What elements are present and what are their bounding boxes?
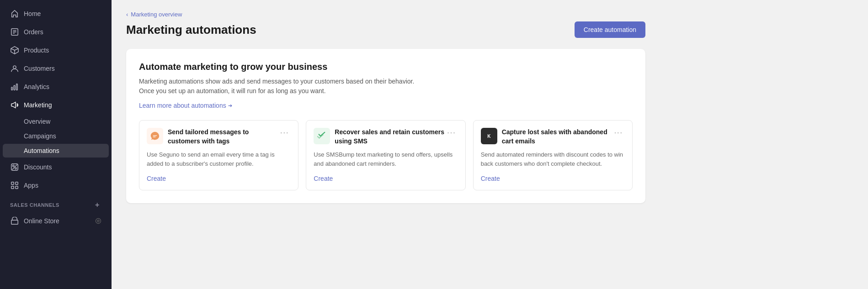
auto-card-header-2: Recover sales and retain customers using…: [314, 128, 458, 146]
sidebar-item-campaigns-label: Campaigns: [24, 132, 56, 140]
card-heading: Automate marketing to grow your business: [139, 62, 633, 72]
auto-card-header-1: Send tailored messages to customers with…: [147, 128, 291, 146]
analytics-icon: [10, 82, 19, 91]
sidebar-item-online-store-label: Online Store: [24, 217, 59, 225]
svg-rect-18: [11, 186, 14, 189]
learn-more-link[interactable]: Learn more about automations ➔: [139, 102, 232, 109]
sidebar-item-home[interactable]: Home: [3, 5, 109, 22]
sidebar-item-products[interactable]: Products: [3, 42, 109, 59]
svg-line-7: [15, 48, 18, 50]
main-card: Automate marketing to grow your business…: [126, 49, 645, 203]
automation-card-tailored-messages: Send tailored messages to customers with…: [139, 120, 298, 190]
auto-card-more-menu-3[interactable]: ···: [612, 128, 625, 138]
sms-recover-icon: [314, 128, 330, 144]
auto-card-title-2: Recover sales and retain customers using…: [335, 128, 445, 146]
page-header: Marketing automations Create automation: [126, 21, 645, 38]
sales-channels-section: SALES CHANNELS +: [3, 194, 109, 212]
svg-point-13: [15, 168, 17, 169]
sidebar-item-campaigns[interactable]: Campaigns: [3, 129, 109, 143]
svg-rect-11: [16, 84, 18, 90]
sidebar-item-apps-label: Apps: [24, 182, 38, 189]
orders-icon: [10, 27, 19, 37]
auto-card-title-3: Capture lost sales with abandoned cart e…: [502, 128, 612, 146]
svg-rect-17: [16, 182, 18, 184]
external-link-icon: ➔: [228, 103, 232, 109]
sidebar-item-home-label: Home: [24, 10, 41, 17]
apps-icon: [10, 181, 19, 190]
sidebar-item-customers[interactable]: Customers: [3, 60, 109, 77]
sidebar-item-automations[interactable]: Automations: [3, 144, 109, 158]
sidebar-item-apps[interactable]: Apps: [3, 177, 109, 194]
sidebar-item-marketing[interactable]: Marketing: [3, 96, 109, 114]
auto-card-desc-1: Use Seguno to send an email every time a…: [147, 150, 291, 168]
sidebar-item-online-store[interactable]: Online Store: [3, 212, 109, 230]
online-store-settings-icon[interactable]: [95, 218, 101, 224]
chevron-left-icon: ‹: [126, 11, 128, 18]
auto-card-more-menu-2[interactable]: ···: [445, 128, 458, 138]
abandoned-cart-icon: K: [481, 128, 497, 144]
svg-point-22: [97, 220, 99, 222]
sidebar-item-discounts-label: Discounts: [24, 163, 52, 171]
svg-point-12: [13, 165, 15, 167]
products-icon: [10, 46, 19, 55]
breadcrumb-label: Marketing overview: [131, 11, 182, 18]
page-title: Marketing automations: [126, 23, 256, 37]
auto-card-icon-title-2: Recover sales and retain customers using…: [314, 128, 445, 146]
sales-channels-label: SALES CHANNELS: [10, 202, 59, 208]
auto-card-icon-title-1: Send tailored messages to customers with…: [147, 128, 278, 146]
svg-rect-9: [11, 87, 13, 90]
sidebar-item-customers-label: Customers: [24, 65, 55, 72]
main-content: ‹ Marketing overview Marketing automatio…: [112, 0, 868, 289]
svg-rect-16: [11, 182, 14, 184]
svg-rect-10: [14, 85, 15, 90]
sidebar-item-analytics[interactable]: Analytics: [3, 78, 109, 95]
automation-card-sms-recover: Recover sales and retain customers using…: [306, 120, 465, 190]
svg-rect-20: [11, 220, 18, 224]
auto-card-create-link-1[interactable]: Create: [147, 175, 166, 182]
tailored-messages-icon: [147, 128, 163, 144]
auto-card-header-3: K Capture lost sales with abandoned cart…: [481, 128, 625, 146]
card-description: Marketing automations show ads and send …: [139, 77, 459, 96]
sidebar-item-overview[interactable]: Overview: [3, 115, 109, 128]
home-icon: [10, 9, 19, 18]
auto-card-desc-3: Send automated reminders with discount c…: [481, 150, 625, 168]
marketing-icon: [10, 100, 19, 110]
auto-card-icon-title-3: K Capture lost sales with abandoned cart…: [481, 128, 612, 146]
sidebar-item-marketing-label: Marketing: [24, 101, 52, 109]
svg-text:K: K: [487, 134, 491, 139]
sidebar-item-discounts[interactable]: Discounts: [3, 158, 109, 176]
auto-card-create-link-2[interactable]: Create: [314, 175, 333, 182]
sidebar-item-automations-label: Automations: [24, 147, 59, 154]
add-sales-channel-button[interactable]: +: [93, 201, 101, 209]
sidebar: Home Orders Products: [0, 0, 112, 289]
auto-card-desc-2: Use SMSBump text marketing to send offer…: [314, 150, 458, 168]
sidebar-item-overview-label: Overview: [24, 118, 50, 125]
svg-point-8: [13, 66, 16, 68]
sidebar-item-orders[interactable]: Orders: [3, 23, 109, 41]
automations-row: Send tailored messages to customers with…: [139, 120, 633, 190]
auto-card-more-menu-1[interactable]: ···: [278, 128, 291, 138]
learn-more-text: Learn more about automations: [139, 102, 226, 109]
auto-card-create-link-3[interactable]: Create: [481, 175, 500, 182]
breadcrumb[interactable]: ‹ Marketing overview: [126, 11, 645, 18]
svg-point-21: [96, 218, 101, 223]
svg-rect-19: [16, 186, 18, 189]
sidebar-item-products-label: Products: [24, 47, 49, 54]
svg-line-6: [11, 48, 15, 50]
discounts-icon: [10, 163, 19, 172]
customers-icon: [10, 64, 19, 73]
auto-card-title-1: Send tailored messages to customers with…: [168, 128, 278, 146]
sidebar-item-analytics-label: Analytics: [24, 83, 49, 90]
create-automation-button[interactable]: Create automation: [575, 21, 645, 38]
sidebar-item-orders-label: Orders: [24, 28, 43, 36]
automation-card-abandoned-cart: K Capture lost sales with abandoned cart…: [473, 120, 633, 190]
store-icon: [10, 216, 19, 226]
